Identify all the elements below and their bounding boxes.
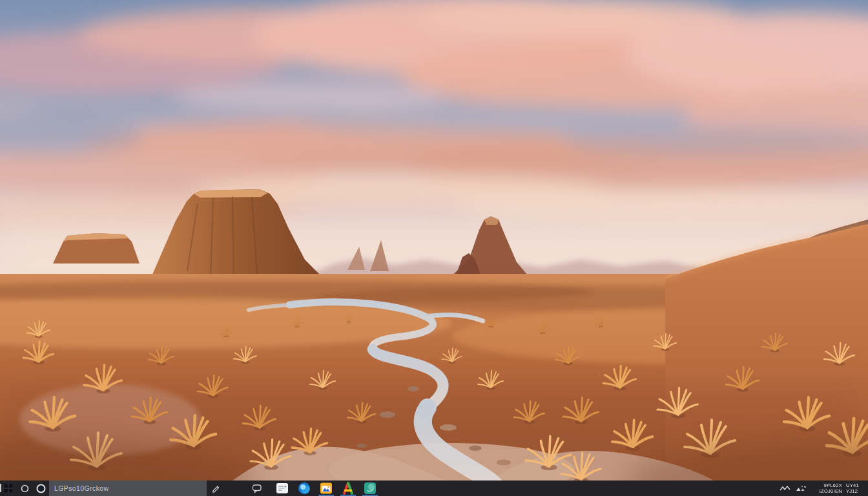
ink-workspace-button[interactable]: [208, 480, 223, 496]
desktop-wallpaper[interactable]: [0, 0, 868, 480]
network-activity-button[interactable]: [778, 480, 793, 496]
chat-button[interactable]: [249, 480, 265, 496]
white-tile-app-icon: [276, 482, 289, 495]
app-edge-button[interactable]: [293, 480, 315, 496]
pinned-apps: [271, 480, 381, 496]
wallpaper-scene: [0, 0, 868, 480]
system-tray: 9PL62X IZOJ0IEN UY41 YJ12: [778, 480, 868, 496]
task-view-button[interactable]: [32, 480, 49, 496]
clock-time: 9PL62X: [809, 482, 842, 488]
desktop-screen: LGPso10Grckow: [0, 0, 868, 496]
start-button[interactable]: [0, 480, 17, 496]
green-swirl-app-icon: [364, 482, 377, 495]
taskbar-search-box[interactable]: LGPso10Grckow: [49, 480, 207, 496]
tray-clock[interactable]: 9PL62X IZOJ0IEN: [809, 480, 846, 496]
speech-bubble-icon: [252, 484, 262, 493]
start-edge-highlight: [0, 484, 1, 492]
app-file-explorer-button[interactable]: [315, 480, 337, 496]
tray-clock-secondary[interactable]: UY41 YJ12: [846, 480, 868, 496]
colorful-a-logo-icon: [341, 481, 355, 495]
tray-cluster-icon: [796, 484, 807, 492]
clock2-time: UY41: [846, 482, 868, 488]
tray-cluster-button[interactable]: [793, 480, 809, 496]
windows-logo-icon: [4, 484, 13, 493]
task-view-icon: [36, 484, 46, 493]
app-white-tile-button[interactable]: [271, 480, 293, 496]
clock2-date: YJ12: [846, 488, 868, 494]
cortana-circle-icon: [21, 484, 29, 493]
search-box-text: LGPso10Grckow: [54, 484, 109, 492]
edge-browser-icon: [298, 482, 311, 495]
app-green-button[interactable]: [359, 480, 381, 496]
clock-date: IZOJ0IEN: [809, 488, 842, 494]
file-explorer-icon: [320, 482, 333, 495]
app-a-logo-button[interactable]: [337, 480, 359, 496]
pen-icon: [211, 484, 220, 493]
taskbar: LGPso10Grckow: [0, 480, 868, 496]
cortana-button[interactable]: [17, 480, 32, 496]
signal-zigzag-icon: [780, 484, 791, 492]
